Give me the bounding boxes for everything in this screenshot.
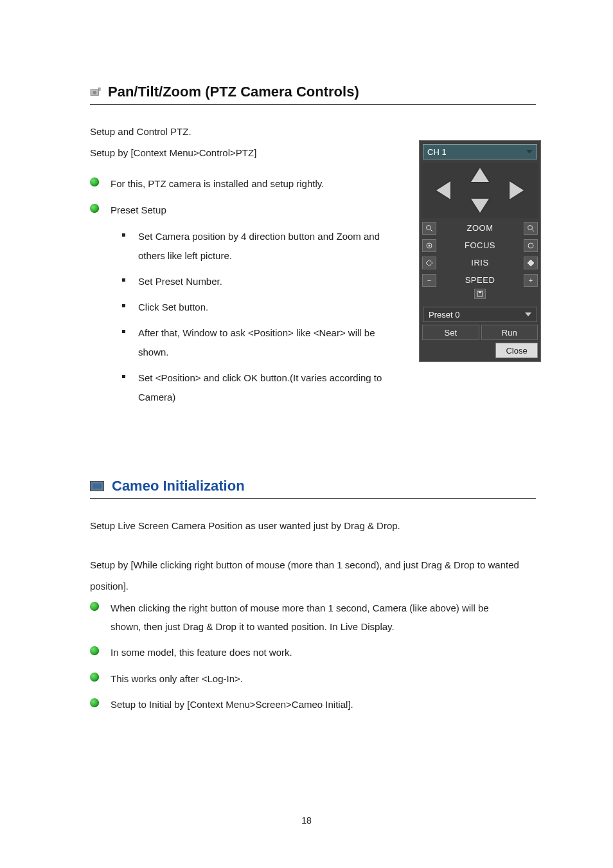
svg-rect-2	[98, 88, 100, 91]
focus-far-button[interactable]	[524, 239, 538, 252]
zoom-out-button[interactable]	[422, 222, 436, 235]
arrow-up-button[interactable]	[471, 168, 489, 182]
green-bullet-icon	[90, 602, 99, 611]
dot-icon	[122, 330, 125, 333]
green-bullet-icon	[90, 673, 99, 682]
preset-value: Preset 0	[429, 310, 459, 320]
ptz-panel: CH 1 ZOOM FOCUS	[419, 140, 541, 362]
run-button[interactable]: Run	[481, 325, 538, 340]
sub-text: Set <Position> and click OK button.(It v…	[138, 368, 389, 407]
svg-marker-11	[528, 260, 534, 266]
chevron-down-icon	[526, 150, 533, 154]
svg-rect-13	[479, 291, 481, 293]
section2: Cameo Initialization Setup Live Screen C…	[90, 478, 536, 714]
preset-select[interactable]: Preset 0	[423, 307, 537, 322]
speed-down-button[interactable]: −	[422, 274, 436, 287]
bullet-row: This works only after <Log-In>.	[90, 670, 536, 689]
dot-icon	[122, 233, 125, 237]
close-button[interactable]: Close	[495, 343, 538, 358]
zoom-in-icon	[527, 224, 535, 232]
save-icon	[477, 291, 483, 297]
sub-text: Click Set button.	[138, 298, 208, 317]
dot-icon	[122, 375, 125, 378]
close-row: Close	[422, 343, 538, 358]
sub-text: Set Preset Number.	[138, 272, 222, 291]
focus-near-icon	[425, 242, 433, 249]
focus-far-icon	[527, 242, 535, 249]
iris-close-button[interactable]	[422, 257, 436, 269]
green-bullet-icon	[90, 698, 99, 707]
section1-title: Pan/Tilt/Zoom (PTZ Camera Controls)	[108, 84, 359, 100]
section2-intro2: Setup by [While clicking right button of…	[90, 554, 536, 597]
svg-point-3	[427, 225, 431, 230]
bullet-text: For this, PTZ camera is installed and se…	[111, 175, 324, 194]
direction-pad	[422, 163, 538, 218]
svg-marker-10	[426, 260, 432, 266]
section2-title: Cameo Initialization	[112, 478, 245, 494]
channel-value: CH 1	[427, 147, 447, 157]
zoom-in-button[interactable]	[524, 222, 538, 235]
arrow-down-button[interactable]	[471, 199, 489, 213]
chevron-down-icon	[525, 312, 531, 316]
preset-buttons: Set Run	[422, 325, 538, 340]
iris-open-icon	[527, 259, 535, 267]
zoom-out-icon	[425, 224, 433, 232]
iris-row: IRIS	[422, 254, 538, 271]
sub-text: Set Camera position by 4 direction butto…	[138, 227, 389, 266]
svg-point-1	[93, 91, 96, 94]
svg-point-9	[528, 243, 533, 248]
control-rows: ZOOM FOCUS IRIS − SPEED +	[422, 219, 538, 303]
iris-label: IRIS	[471, 258, 488, 267]
ptz-icon	[90, 87, 102, 97]
channel-select[interactable]: CH 1	[423, 144, 537, 159]
section2-intro1: Setup Live Screen Camera Position as use…	[90, 515, 536, 536]
bullet-row: In some model, this feature does not wor…	[90, 644, 536, 662]
section1-header: Pan/Tilt/Zoom (PTZ Camera Controls)	[90, 84, 536, 105]
arrow-left-button[interactable]	[436, 181, 450, 199]
sub-text: After that, Window to ask <Position> lik…	[138, 323, 389, 362]
svg-point-5	[528, 225, 533, 230]
speed-up-button[interactable]: +	[524, 274, 538, 287]
focus-row: FOCUS	[422, 237, 538, 254]
dot-icon	[122, 278, 125, 282]
svg-line-4	[431, 230, 432, 231]
green-bullet-icon	[90, 204, 99, 213]
bullet-text: When clicking the right button of mouse …	[111, 599, 522, 636]
iris-open-button[interactable]	[524, 257, 538, 269]
bullet-row: Setup to Initial by [Context Menu>Screen…	[90, 696, 536, 714]
green-bullet-icon	[90, 646, 99, 655]
svg-point-8	[429, 244, 431, 246]
sub-row: Set <Position> and click OK button.(It v…	[122, 368, 536, 407]
arrow-right-button[interactable]	[510, 181, 524, 199]
zoom-row: ZOOM	[422, 219, 538, 237]
bullet-text: Preset Setup	[111, 201, 166, 220]
focus-near-button[interactable]	[422, 239, 436, 252]
section1-intro1: Setup and Control PTZ.	[90, 121, 536, 142]
iris-close-icon	[425, 259, 433, 267]
camera-icon	[90, 481, 104, 491]
section2-header: Cameo Initialization	[90, 478, 536, 499]
bullet-text: In some model, this feature does not wor…	[111, 644, 292, 662]
speed-label: SPEED	[465, 275, 495, 285]
bullet-row: When clicking the right button of mouse …	[90, 599, 536, 636]
green-bullet-icon	[90, 177, 99, 186]
zoom-label: ZOOM	[467, 223, 493, 233]
save-button[interactable]	[474, 289, 486, 299]
section2-bullets: When clicking the right button of mouse …	[90, 599, 536, 714]
bullet-text: Setup to Initial by [Context Menu>Screen…	[111, 696, 353, 714]
bullet-text: This works only after <Log-In>.	[111, 670, 243, 689]
focus-label: FOCUS	[465, 240, 495, 250]
speed-row: − SPEED +	[422, 271, 538, 289]
svg-line-6	[532, 230, 534, 231]
set-button[interactable]: Set	[422, 325, 479, 340]
page-number: 18	[0, 815, 613, 826]
save-row	[422, 289, 538, 303]
dot-icon	[122, 304, 125, 307]
